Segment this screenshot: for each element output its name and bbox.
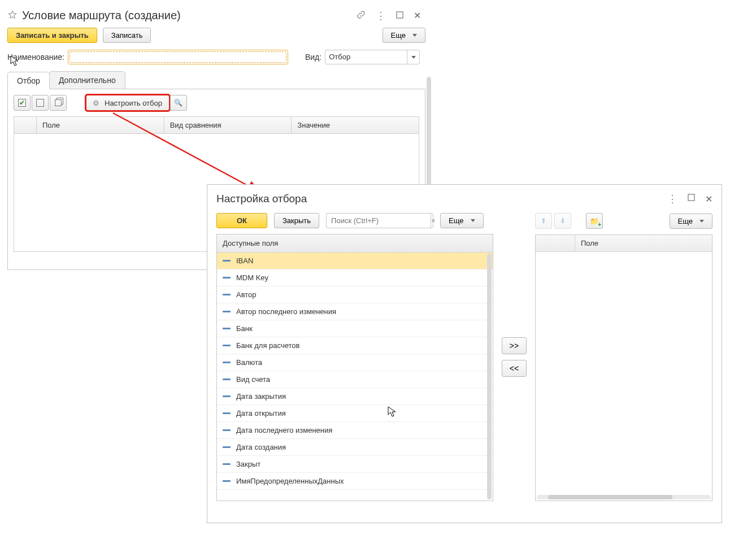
kebab-menu-icon[interactable]: ⋮ [667,194,677,205]
save-and-close-button[interactable]: Записать и закрыть [7,28,97,43]
cascade-icon[interactable] [50,95,67,111]
dialog-title-icons: ⋮ ✕ [667,194,712,205]
name-input[interactable] [69,51,286,63]
selected-col-checkbox [536,235,575,251]
kebab-menu-icon[interactable]: ⋮ [376,11,386,21]
move-up-icon [535,213,552,229]
available-fields-rows: IBANMDM KeyАвторАвтор последнего изменен… [217,253,493,499]
configure-filter-button[interactable]: Настроить отбор [86,95,170,111]
field-dash-icon [223,260,231,262]
add-folder-icon[interactable] [586,213,603,229]
search-icon-button[interactable] [170,95,187,111]
list-item-label: Автор [236,290,257,299]
list-item[interactable]: Вид счета [217,371,493,388]
svg-rect-3 [688,194,694,200]
search-input[interactable] [327,214,431,228]
list-item[interactable]: MDM Key [217,269,493,286]
list-item-label: Валюта [236,358,262,367]
selected-fields-body [536,252,712,498]
tab-additional[interactable]: Дополнительно [49,71,125,89]
list-item[interactable]: Банк для расчетов [217,337,493,354]
list-item[interactable]: Автор последнего изменения [217,303,493,320]
kind-select[interactable]: Отбор [325,50,420,64]
available-fields-listbox: Доступные поля IBANMDM KeyАвторАвтор пос… [216,234,493,501]
form-row-name: Наименование: Вид: Отбор [7,50,425,64]
field-dash-icon [223,362,231,363]
check-all-icon[interactable] [14,95,31,111]
favorite-star-icon[interactable] [7,10,18,21]
grid-col-field: Поле [37,117,164,133]
list-item-label: Дата закрытия [236,392,286,401]
grid-col-compare: Вид сравнения [164,117,292,133]
list-item[interactable]: Банк [217,320,493,337]
gear-icon [91,98,101,108]
name-label: Наименование: [7,53,64,62]
horizontal-scrollbar[interactable] [537,495,711,499]
grid-header: Поле Вид сравнения Значение [14,117,419,134]
field-dash-icon [223,412,231,414]
right-pane: Еще Поле [535,213,712,501]
more-button[interactable]: Еще [383,28,425,43]
list-item[interactable]: Закрыт [217,456,493,473]
dialog-title: Настройка отбора [216,193,667,205]
close-icon[interactable]: ✕ [414,10,421,21]
move-down-icon [554,213,571,229]
configure-filter-label: Настроить отбор [105,99,162,107]
close-icon[interactable]: ✕ [705,194,712,205]
list-item-label: Закрыт [236,460,260,468]
filter-settings-dialog: Настройка отбора ⋮ ✕ ОК Закрыть × Еще [207,184,722,523]
grid-col-checkbox [14,117,37,133]
name-input-wrap [68,50,288,64]
list-item-label: Автор последнего изменения [236,307,336,316]
right-more-button[interactable]: Еще [670,214,712,229]
dialog-titlebar: Настройка отбора ⋮ ✕ [216,193,712,205]
list-item[interactable]: Дата последнего изменения [217,422,493,439]
left-more-button[interactable]: Еще [440,213,483,228]
dialog-panes: ОК Закрыть × Еще Доступные поля IBANMDM … [216,213,712,501]
save-button[interactable]: Записать [103,28,151,43]
list-item[interactable]: Дата открытия [217,405,493,422]
tab-filter[interactable]: Отбор [7,72,50,89]
list-item-label: Банк для расчетов [236,341,299,350]
kind-value: Отбор [325,50,407,64]
ok-button[interactable]: ОК [216,213,267,228]
list-item[interactable]: ИмяПредопределенныхДанных [217,473,493,490]
maximize-icon[interactable] [396,11,403,20]
search-input-wrap: × [326,213,433,228]
list-item-label: Дата создания [236,443,286,451]
dropdown-icon[interactable] [407,50,419,64]
grid-col-value: Значение [292,117,419,133]
list-item[interactable]: Валюта [217,354,493,371]
move-left-button[interactable]: << [502,360,527,377]
list-item-label: MDM Key [236,273,268,282]
close-button[interactable]: Закрыть [274,213,319,228]
left-pane: ОК Закрыть × Еще Доступные поля IBANMDM … [216,213,493,501]
window-title: Условие маршрута (создание) [22,9,352,22]
available-fields-header: Доступные поля [217,234,493,253]
list-item[interactable]: IBAN [217,253,493,269]
field-dash-icon [223,345,231,346]
list-item-label: ИмяПредопределенныхДанных [236,477,344,485]
move-right-button[interactable]: >> [502,337,527,354]
filter-toolbar: Настроить отбор [14,95,419,111]
field-dash-icon [223,395,231,397]
selected-fields-list: Поле [535,234,712,501]
svg-rect-0 [397,11,403,18]
right-toolbar: Еще [535,213,712,229]
title-icons: ⋮ ✕ [357,10,425,21]
list-item[interactable]: Автор [217,286,493,303]
field-dash-icon [223,429,231,431]
maximize-icon[interactable] [688,194,695,205]
tabs: Отбор Дополнительно [7,71,425,89]
uncheck-icon[interactable] [32,95,49,111]
list-item[interactable]: Дата создания [217,439,493,456]
kind-label: Вид: [305,53,321,62]
selected-col-field: Поле [575,235,712,251]
listbox-scrollbar[interactable] [487,254,492,499]
clear-search-icon[interactable]: × [431,214,436,228]
toolbar: Записать и закрыть Записать Еще [7,28,425,43]
list-item-label: Дата последнего изменения [236,426,332,434]
field-dash-icon [223,328,231,329]
link-icon[interactable] [357,10,366,21]
list-item[interactable]: Дата закрытия [217,388,493,405]
